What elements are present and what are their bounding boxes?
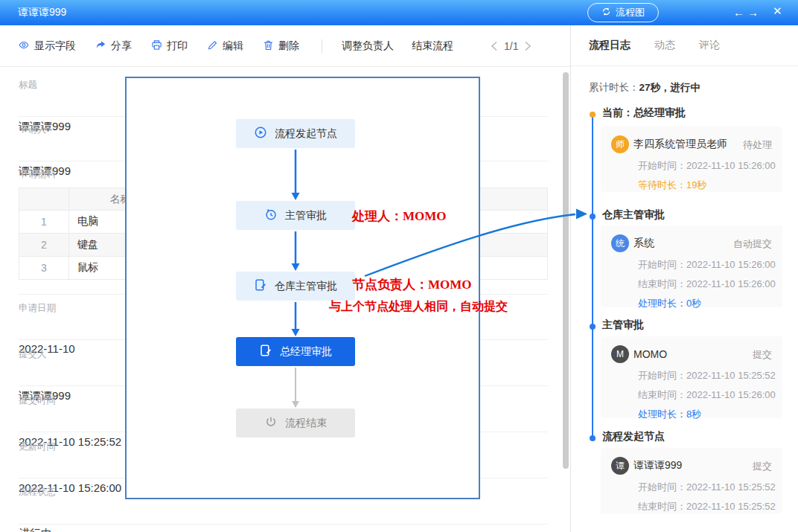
duration-value: 27秒 <box>639 82 661 93</box>
field-label-title: 标题 <box>19 77 37 92</box>
edit-label: 编辑 <box>223 39 243 53</box>
adjust-owner-button[interactable]: 调整负责人 <box>342 39 394 53</box>
flow-node-label: 流程结束 <box>285 417 327 430</box>
print-button[interactable]: 打印 <box>151 39 188 53</box>
time-line: 结束时间：2022-11-10 15:26:00 <box>638 278 772 291</box>
log-card: M MOMO 提交 开始时间：2022-11-10 15:25:52 结束时间：… <box>601 336 782 418</box>
flow-node-gm[interactable]: 总经理审批 <box>236 337 355 366</box>
play-icon <box>254 126 267 141</box>
show-fields-button[interactable]: 显示字段 <box>18 39 76 53</box>
flow-node-end[interactable]: 流程结束 <box>236 408 355 438</box>
field-label-update-time: 更新时间 <box>19 439 56 453</box>
time-line: 开始时间：2022-11-10 15:26:00 <box>638 159 772 173</box>
log-tabs: 流程日志 动态 评论 <box>571 25 798 66</box>
edit-button[interactable]: 编辑 <box>207 39 243 53</box>
printer-icon <box>151 39 162 53</box>
flow-node-label: 主管审批 <box>285 209 327 222</box>
annotation-auto-submit: 与上个节点处理人相同，自动提交 <box>329 299 508 315</box>
annotation-node-owner: 节点负责人：MOMO <box>352 276 472 293</box>
log-content: 累计时长：27秒，进行中 当前：总经理审批 师 李四系统管理员老师 待处理 开始… <box>571 66 798 532</box>
flow-node-warehouse[interactable]: 仓库主管审批 <box>236 272 355 301</box>
divider <box>19 524 548 525</box>
entry-name: MOMO <box>633 348 667 360</box>
tab-activity[interactable]: 动态 <box>654 39 675 52</box>
timeline-bullet <box>590 214 596 219</box>
time-line: 结束时间：2022-11-10 15:26:00 <box>638 388 772 402</box>
modal-header: 谭谭谭999 流程图 ← → ✕ <box>0 0 798 25</box>
section-title-supervisor: 主管审批 <box>602 318 644 332</box>
timeline-line <box>592 115 593 438</box>
pencil-icon <box>207 39 218 53</box>
tab-process-log[interactable]: 流程日志 <box>589 39 631 52</box>
entry-name: 谭谭谭999 <box>633 459 682 472</box>
field-label-process-status: 流程状态 <box>19 484 56 499</box>
status-value: ，进行中 <box>660 82 700 93</box>
page-indicator: 1/1 <box>504 40 518 52</box>
timeline-bullet <box>590 435 596 441</box>
avatar: 统 <box>611 234 629 252</box>
field-label-applicant: 申请人 <box>19 122 47 136</box>
flowchart-button[interactable]: 流程图 <box>587 3 659 22</box>
annotation-handler: 处理人：MOMO <box>352 208 447 225</box>
avatar: 师 <box>611 135 629 153</box>
scrollbar-thumb[interactable] <box>563 72 569 469</box>
total-duration: 累计时长：27秒，进行中 <box>589 81 700 94</box>
chevron-right-icon[interactable] <box>524 41 532 51</box>
doc-edit-icon <box>254 278 267 294</box>
flowchart-button-label: 流程图 <box>616 6 645 19</box>
log-panel: 流程日志 动态 评论 累计时长：27秒，进行中 当前：总经理审批 师 李四系统管… <box>570 25 798 532</box>
power-icon <box>264 415 278 431</box>
eye-icon <box>18 39 30 53</box>
time-line: 结束时间：2022-11-10 15:25:52 <box>638 500 772 513</box>
clock-icon <box>264 208 278 223</box>
close-icon[interactable]: ✕ <box>773 4 782 18</box>
prev-record-icon[interactable]: ← <box>733 5 744 20</box>
flow-node-supervisor[interactable]: 主管审批 <box>236 201 355 230</box>
duration-line: 等待时长：19秒 <box>638 179 772 192</box>
page-title: 谭谭谭999 <box>18 6 66 19</box>
section-title-start: 流程发起节点 <box>602 430 665 443</box>
toolbar: 显示字段 分享 打印 编辑 删除 调整负责人 结束流程 <box>0 25 570 67</box>
log-card: 师 李四系统管理员老师 待处理 开始时间：2022-11-10 15:26:00… <box>601 126 782 192</box>
share-label: 分享 <box>111 39 132 53</box>
entry-name: 系统 <box>633 237 654 250</box>
flow-node-start[interactable]: 流程发起节点 <box>236 119 355 148</box>
entry-name: 李四系统管理员老师 <box>633 138 727 151</box>
next-record-icon[interactable]: → <box>747 5 759 20</box>
pagination: 1/1 <box>491 40 532 52</box>
section-title-current: 当前：总经理审批 <box>602 106 686 120</box>
section-title-warehouse: 仓库主管审批 <box>602 208 665 222</box>
toolbar-divider <box>322 39 322 53</box>
doc-edit-icon <box>259 344 272 359</box>
entry-status: 待处理 <box>743 138 772 152</box>
field-label-materials: 申请物料 <box>19 167 56 181</box>
field-value-process-status: 进行中 <box>19 527 52 532</box>
flow-node-label: 总经理审批 <box>280 345 332 359</box>
time-line: 开始时间：2022-11-10 15:25:52 <box>638 369 772 382</box>
time-line: 开始时间：2022-11-10 15:25:52 <box>638 481 772 494</box>
flow-cycle-icon <box>601 7 611 19</box>
entry-status: 提交 <box>753 460 772 473</box>
tab-comments[interactable]: 评论 <box>699 39 720 52</box>
end-process-button[interactable]: 结束流程 <box>412 39 453 53</box>
flow-node-label: 仓库主管审批 <box>275 280 337 293</box>
print-label: 打印 <box>167 39 188 53</box>
flow-node-label: 流程发起节点 <box>275 127 337 141</box>
field-label-apply-date: 申请日期 <box>19 301 56 315</box>
avatar: M <box>611 345 629 363</box>
share-button[interactable]: 分享 <box>95 39 132 53</box>
duration-line: 处理时长：8秒 <box>638 408 772 421</box>
process-detail-modal: 谭谭谭999 流程图 ← → ✕ 显示字段 分享 打印 <box>0 0 798 532</box>
field-label-submitter: 提交人 <box>19 347 47 361</box>
chevron-left-icon[interactable] <box>491 41 498 51</box>
entry-status: 提交 <box>753 348 772 362</box>
trash-icon <box>263 39 274 53</box>
delete-button[interactable]: 删除 <box>263 39 299 53</box>
share-icon <box>95 39 106 53</box>
show-fields-label: 显示字段 <box>34 39 76 53</box>
timeline-bullet-current <box>590 112 596 118</box>
duration-line: 处理时长：0秒 <box>638 297 772 310</box>
timeline-bullet <box>590 324 596 330</box>
entry-status: 自动提交 <box>733 237 772 251</box>
field-label-submit-time: 提交时间 <box>19 393 56 407</box>
